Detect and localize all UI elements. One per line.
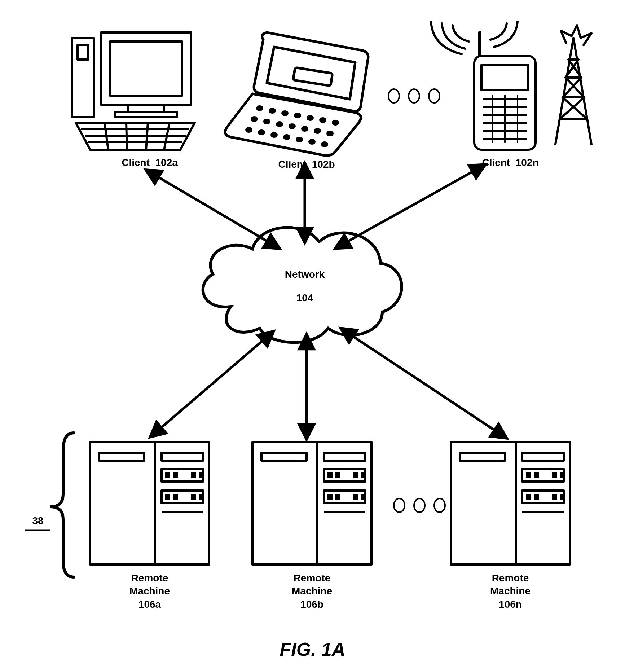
svg-rect-3 [110, 41, 182, 96]
svg-rect-86 [353, 472, 358, 478]
client-label-3: Client 102n [451, 157, 570, 168]
svg-point-23 [276, 121, 283, 127]
server-label-3: RemoteMachine106n [451, 572, 570, 611]
svg-point-31 [283, 134, 290, 140]
figure-caption: FIG. 1A [0, 638, 625, 660]
network-id: 104 [269, 292, 341, 304]
svg-rect-96 [522, 453, 564, 461]
svg-rect-74 [173, 494, 178, 500]
brace-icon [50, 433, 74, 577]
svg-rect-104 [534, 494, 539, 500]
svg-point-17 [294, 113, 301, 118]
svg-point-25 [301, 126, 308, 132]
svg-rect-81 [324, 453, 365, 461]
svg-rect-101 [552, 472, 557, 478]
svg-rect-65 [99, 453, 144, 461]
client-label-2: Client 102b [252, 159, 361, 170]
connection-arrows-top [151, 168, 480, 245]
svg-rect-76 [199, 494, 204, 500]
svg-point-19 [319, 117, 326, 123]
desktop-computer-icon [72, 32, 195, 150]
svg-line-60 [155, 335, 269, 433]
svg-rect-99 [526, 472, 531, 478]
svg-rect-105 [552, 494, 557, 500]
svg-rect-84 [327, 472, 333, 478]
svg-rect-73 [165, 494, 170, 500]
svg-rect-70 [173, 472, 178, 478]
svg-rect-69 [165, 472, 170, 478]
svg-point-20 [332, 120, 339, 126]
group-id-label: 38 [23, 515, 52, 527]
svg-point-34 [321, 141, 328, 147]
svg-rect-75 [191, 494, 196, 500]
svg-line-62 [346, 332, 501, 435]
svg-point-27 [326, 131, 334, 136]
network-diagram: Client 102a Client 102b Client 102n Netw… [0, 0, 625, 672]
svg-rect-71 [191, 472, 196, 478]
svg-point-15 [269, 108, 276, 114]
server-icons [90, 442, 570, 565]
svg-point-16 [281, 110, 289, 116]
svg-rect-103 [526, 494, 531, 500]
svg-point-28 [245, 127, 252, 133]
svg-rect-36 [481, 65, 528, 90]
svg-rect-100 [534, 472, 539, 478]
svg-rect-89 [335, 494, 340, 500]
server-label-2: RemoteMachine106b [252, 572, 371, 611]
svg-line-57 [151, 173, 274, 245]
svg-point-33 [308, 139, 316, 145]
ellipsis-icon [388, 88, 440, 104]
svg-point-14 [256, 105, 263, 111]
svg-line-59 [341, 168, 480, 245]
svg-rect-0 [72, 38, 94, 117]
svg-rect-91 [361, 494, 366, 500]
svg-rect-90 [353, 494, 358, 500]
svg-point-18 [307, 115, 314, 121]
svg-rect-66 [162, 453, 203, 461]
svg-point-30 [270, 132, 278, 138]
svg-point-32 [296, 137, 303, 142]
svg-rect-102 [560, 472, 565, 478]
svg-rect-80 [261, 453, 307, 461]
svg-rect-5 [115, 112, 177, 117]
network-label: Network [269, 269, 341, 280]
diagram-svg [0, 0, 625, 672]
svg-rect-85 [335, 472, 340, 478]
svg-rect-106 [560, 494, 565, 500]
svg-rect-95 [460, 453, 505, 461]
laptop-icon [225, 32, 368, 155]
svg-point-24 [289, 123, 296, 129]
connection-arrows-bottom [155, 332, 501, 435]
svg-point-21 [251, 116, 258, 122]
svg-point-22 [263, 119, 270, 124]
svg-line-10 [126, 123, 127, 150]
cloud-icon [203, 228, 402, 343]
server-label-1: RemoteMachine106a [90, 572, 209, 611]
svg-rect-72 [199, 472, 204, 478]
svg-point-29 [258, 129, 265, 135]
svg-rect-87 [361, 472, 366, 478]
svg-point-26 [314, 128, 321, 134]
mobile-tower-icon [431, 22, 591, 150]
client-label-1: Client 102a [90, 157, 209, 168]
ellipsis-icon [393, 498, 446, 513]
svg-rect-88 [327, 494, 333, 500]
